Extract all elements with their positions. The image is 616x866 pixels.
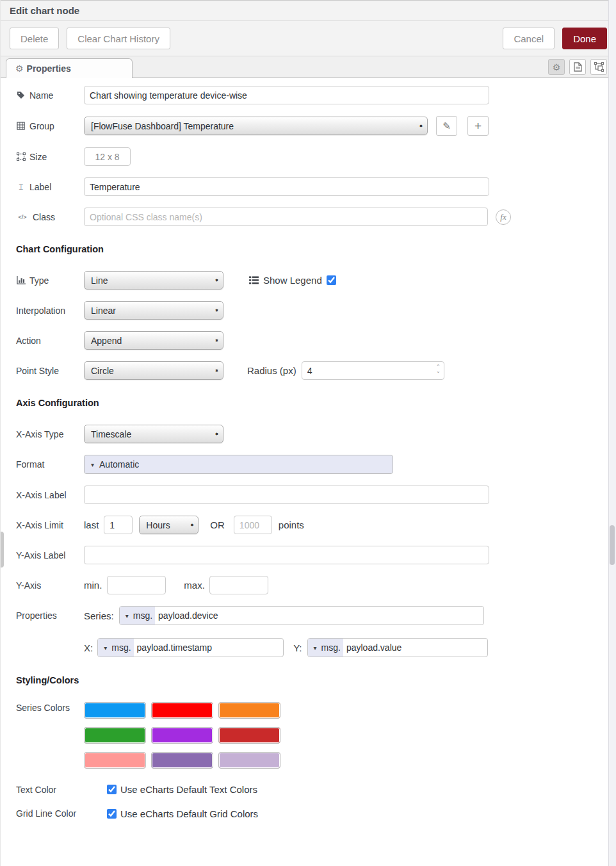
label-input[interactable] [84, 177, 489, 196]
properties-label: Properties [16, 610, 84, 621]
properties-view-button[interactable]: ⚙ [548, 59, 565, 75]
series-color-swatch[interactable] [151, 727, 213, 744]
radius-field: ⌃⌄ [302, 361, 444, 380]
left-scrollbar-thumb[interactable] [1, 532, 4, 568]
select-arrows-icon: ▲▼ [215, 310, 219, 311]
or-label: OR [210, 519, 225, 530]
vertical-scrollbar-track[interactable] [608, 0, 616, 866]
text-color-label: Text Color [16, 785, 107, 795]
point-style-select[interactable]: Circle ▲▼ [84, 361, 223, 380]
y-axis-label-input[interactable] [84, 546, 489, 564]
label-label: ⌶ Label [16, 182, 84, 192]
x-axis-label-input[interactable] [84, 486, 489, 504]
edit-group-button[interactable]: ✎ [436, 116, 457, 136]
pencil-icon: ✎ [442, 120, 451, 132]
spinner-icon[interactable]: ⌃⌄ [436, 364, 441, 373]
size-row: Size 12 x 8 [16, 147, 616, 166]
y-max-input[interactable] [209, 576, 268, 594]
y-axis-label-row: Y-Axis Label [16, 546, 616, 564]
text-color-row: Text Color Use eCharts Default Text Colo… [16, 784, 616, 795]
series-typed-input[interactable]: ▾msg. payload.device [119, 606, 484, 625]
action-select[interactable]: Append ▲▼ [84, 331, 223, 350]
tab-actions: ⚙ [548, 59, 607, 75]
size-label: Size [16, 152, 84, 162]
interpolation-select[interactable]: Linear ▲▼ [84, 301, 223, 320]
class-row: </> Class fx [16, 208, 616, 226]
select-arrows-icon: ▲▼ [419, 126, 423, 126]
x-axis-limit-row: X-Axis Limit last Hours ▲▼ OR points [16, 516, 616, 534]
done-button[interactable]: Done [562, 28, 607, 49]
axis-configuration-heading: Axis Configuration [16, 398, 616, 408]
dialog-header: Edit chart node [1, 0, 616, 21]
use-default-text-colors-checkbox[interactable] [107, 785, 117, 794]
tag-icon [16, 91, 26, 99]
type-select[interactable]: Line ▲▼ [84, 271, 223, 290]
vertical-scrollbar-thumb[interactable] [610, 525, 615, 565]
series-color-swatch[interactable] [218, 752, 280, 769]
select-arrows-icon: ▲▼ [215, 370, 219, 371]
document-icon [574, 62, 582, 72]
cancel-button[interactable]: Cancel [503, 28, 555, 49]
group-row: Group [FlowFuse Dashboard] Temperature ▲… [16, 116, 616, 136]
appearance-view-button[interactable] [590, 59, 607, 75]
grid-line-color-row: Grid Line Color Use eCharts Default Grid… [16, 808, 616, 820]
radius-input[interactable] [302, 361, 444, 380]
x-typed-input[interactable]: ▾msg. payload.timestamp [97, 638, 284, 657]
action-row: Action Append ▲▼ [16, 331, 616, 350]
y-typed-input[interactable]: ▾msg. payload.value [307, 638, 488, 657]
format-dropdown[interactable]: ▾ Automatic [84, 455, 393, 474]
limit-points-input[interactable] [234, 516, 272, 534]
description-view-button[interactable] [569, 59, 586, 75]
interpolation-label: Interpolation [16, 306, 84, 316]
series-color-swatch[interactable] [218, 702, 280, 719]
series-color-swatch[interactable] [84, 727, 146, 744]
name-input[interactable] [84, 86, 489, 104]
use-default-grid-colors-checkbox[interactable] [107, 809, 117, 819]
series-color-swatch[interactable] [84, 752, 146, 769]
y-axis-row: Y-Axis min. max. [16, 576, 616, 594]
max-label: max. [184, 580, 205, 591]
class-input[interactable] [84, 208, 488, 226]
name-row: Name [16, 86, 616, 104]
caret-down-icon: ▾ [104, 644, 107, 651]
series-colors-row: Series Colors [16, 702, 616, 769]
series-color-swatch[interactable] [84, 702, 146, 719]
gear-icon: ⚙ [553, 63, 561, 72]
dialog-title: Edit chart node [10, 5, 79, 16]
add-group-button[interactable]: + [467, 116, 489, 136]
delete-button[interactable]: Delete [10, 28, 59, 49]
code-icon: </> [16, 214, 29, 220]
x-axis-type-select[interactable]: Timescale ▲▼ [84, 425, 223, 443]
min-label: min. [84, 580, 102, 591]
action-label: Action [16, 336, 84, 346]
chart-configuration-heading: Chart Configuration [16, 244, 616, 254]
x-axis-label-label: X-Axis Label [16, 490, 84, 500]
clear-chart-history-button[interactable]: Clear Chart History [67, 28, 170, 49]
caret-down-icon: ▾ [126, 612, 129, 619]
series-color-swatch[interactable] [218, 727, 280, 744]
series-color-swatch[interactable] [151, 702, 213, 719]
show-legend-label: Show Legend [263, 275, 322, 286]
format-label: Format [16, 459, 84, 470]
show-legend-checkbox[interactable] [327, 275, 336, 285]
tab-properties[interactable]: ⚙ Properties [6, 58, 133, 78]
table-icon [16, 122, 26, 130]
group-label: Group [16, 121, 84, 131]
xy-property-row: X: ▾msg. payload.timestamp Y: ▾msg. payl… [16, 638, 616, 657]
limit-count-input[interactable] [104, 516, 133, 534]
grid-line-color-label: Grid Line Color [16, 808, 107, 820]
format-row: Format ▾ Automatic [16, 455, 616, 474]
edit-chart-node-dialog: Edit chart node Delete Clear Chart Histo… [0, 0, 616, 866]
plus-icon: + [474, 119, 482, 133]
limit-unit-select[interactable]: Hours ▲▼ [139, 516, 199, 534]
group-select[interactable]: [FlowFuse Dashboard] Temperature ▲▼ [84, 117, 428, 135]
series-colors-grid [84, 702, 280, 769]
size-button[interactable]: 12 x 8 [84, 147, 131, 166]
x-axis-limit-label: X-Axis Limit [16, 520, 84, 530]
y-property-label: Y: [293, 642, 302, 653]
y-min-input[interactable] [107, 576, 166, 594]
series-color-swatch[interactable] [151, 752, 213, 769]
class-label: </> Class [16, 212, 84, 222]
point-style-label: Point Style [16, 366, 84, 376]
point-style-row: Point Style Circle ▲▼ Radius (px) ⌃⌄ [16, 361, 616, 380]
